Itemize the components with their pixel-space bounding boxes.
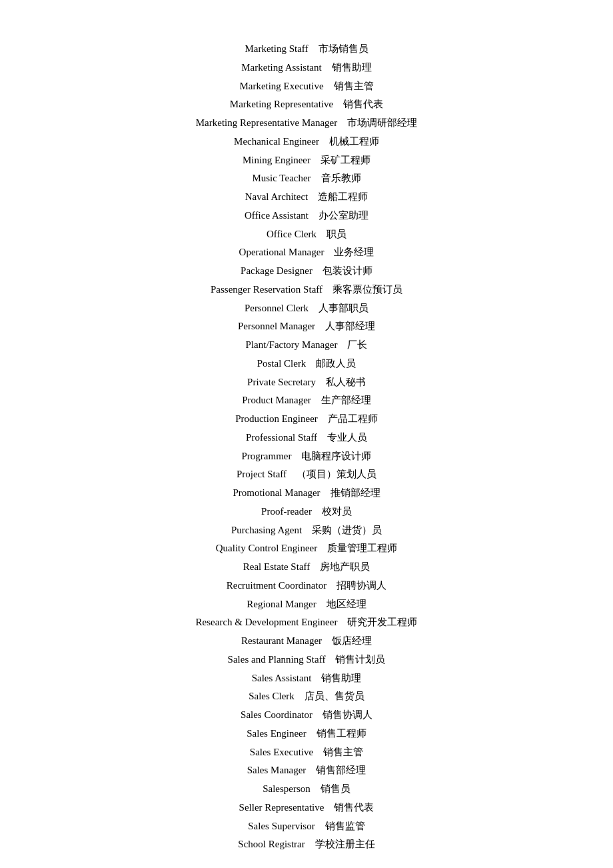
english-title: Naval Architect — [245, 191, 308, 202]
list-item: Plant/Factory Manager 厂长 — [246, 336, 368, 355]
list-item: Quality Control Engineer 质量管理工程师 — [216, 539, 397, 558]
chinese-title: 电脑程序设计师 — [301, 451, 371, 461]
english-title: Marketing Representative Manager — [196, 117, 337, 128]
chinese-title: 产品工程师 — [328, 413, 378, 424]
english-title: Proof-reader — [261, 506, 312, 517]
chinese-title: 质量管理工程师 — [327, 543, 397, 553]
english-title: Recruitment Coordinator — [227, 580, 326, 591]
list-item: School Registrar 学校注册主任 — [238, 835, 374, 854]
english-title: Project Staff — [237, 469, 287, 479]
chinese-title: 销售代表 — [334, 802, 374, 813]
chinese-title: 店员、售货员 — [305, 691, 364, 701]
chinese-title: 采购（进货）员 — [312, 525, 382, 535]
english-title: Restaurant Manager — [241, 635, 322, 646]
list-item: Office Assistant 办公室助理 — [245, 207, 368, 225]
english-title: Professional Staff — [246, 432, 317, 443]
english-title: Marketing Representative — [230, 99, 333, 109]
chinese-title: 房地产职员 — [320, 561, 370, 572]
chinese-title: 销售主管 — [334, 81, 374, 91]
english-title: Salesperson — [263, 783, 310, 794]
english-title: Real Estate Staff — [243, 561, 310, 572]
english-title: Music Teacher — [252, 173, 310, 183]
chinese-title: 生产部经理 — [321, 395, 371, 405]
list-item: Marketing Assistant 销售助理 — [241, 59, 371, 77]
list-item: Product Manager 生产部经理 — [242, 391, 371, 410]
chinese-title: 职员 — [326, 229, 346, 239]
chinese-title: 音乐教师 — [321, 173, 361, 183]
chinese-title: 乘客票位预订员 — [332, 284, 402, 295]
list-item: Private Secretary 私人秘书 — [247, 373, 366, 392]
list-item: Passenger Reservation Staff 乘客票位预订员 — [211, 281, 402, 299]
english-title: Sales Executive — [250, 747, 313, 757]
list-item: Regional Manger 地区经理 — [247, 595, 366, 614]
english-title: Promotional Manager — [233, 487, 320, 498]
list-item: Marketing Representative 销售代表 — [230, 95, 383, 114]
chinese-title: 专业人员 — [327, 432, 367, 443]
chinese-title: 销售助理 — [332, 62, 372, 73]
list-item: Postal Clerk 邮政人员 — [257, 355, 356, 373]
list-item: Professional Staff 专业人员 — [246, 429, 367, 447]
list-item: Marketing Staff 市场销售员 — [245, 40, 368, 59]
chinese-title: 销售主管 — [323, 747, 363, 757]
list-item: Personnel Clerk 人事部职员 — [245, 299, 368, 318]
chinese-title: 销售部经理 — [316, 765, 366, 775]
list-item: Seller Representative 销售代表 — [239, 799, 374, 817]
job-list: Marketing Staff 市场销售员Marketing Assistant… — [13, 40, 600, 854]
list-item: Purchasing Agent 采购（进货）员 — [231, 521, 382, 540]
english-title: Sales Supervisor — [248, 821, 314, 831]
chinese-title: 采矿工程师 — [320, 155, 370, 165]
chinese-title: 市场销售员 — [318, 43, 368, 54]
list-item: Salesperson 销售员 — [263, 780, 350, 799]
list-item: Naval Architect 造船工程师 — [245, 188, 368, 207]
list-item: Music Teacher 音乐教师 — [252, 169, 360, 188]
chinese-title: 办公室助理 — [318, 210, 368, 221]
list-item: Mining Engineer 采矿工程师 — [243, 151, 370, 170]
list-item: Proof-reader 校对员 — [261, 503, 352, 521]
chinese-title: 销售工程师 — [316, 728, 366, 739]
chinese-title: 地区经理 — [326, 599, 366, 609]
list-item: Promotional Manager 推销部经理 — [233, 484, 380, 503]
english-title: Marketing Executive — [239, 81, 323, 91]
list-item: Office Clerk 职员 — [267, 225, 346, 244]
chinese-title: 销售代表 — [343, 99, 383, 109]
list-item: Research & Development Engineer 研究开发工程师 — [196, 613, 418, 632]
chinese-title: 校对员 — [322, 506, 352, 517]
chinese-title: 业务经理 — [334, 247, 374, 257]
english-title: Sales Manager — [247, 765, 306, 775]
english-title: Sales Clerk — [249, 691, 295, 701]
english-title: Marketing Assistant — [241, 62, 321, 73]
chinese-title: 销售员 — [320, 783, 350, 794]
list-item: Personnel Manager 人事部经理 — [238, 317, 375, 336]
chinese-title: 销售助理 — [321, 673, 361, 683]
list-item: Sales and Planning Staff 销售计划员 — [228, 651, 386, 669]
english-title: Production Engineer — [235, 413, 318, 424]
english-title: Office Clerk — [267, 229, 316, 239]
english-title: Quality Control Engineer — [216, 543, 317, 553]
chinese-title: 私人秘书 — [326, 377, 366, 387]
list-item: Programmer 电脑程序设计师 — [242, 447, 372, 466]
chinese-title: 招聘协调人 — [336, 580, 386, 591]
english-title: Research & Development Engineer — [196, 617, 338, 627]
list-item: Real Estate Staff 房地产职员 — [243, 558, 370, 577]
chinese-title: 销售协调人 — [322, 709, 372, 720]
list-item: Sales Executive 销售主管 — [250, 743, 363, 762]
english-title: Marketing Staff — [245, 43, 308, 54]
english-title: Sales Assistant — [252, 673, 312, 683]
english-title: Passenger Reservation Staff — [211, 284, 322, 295]
english-title: Product Manager — [242, 395, 311, 405]
list-item: Sales Coordinator 销售协调人 — [241, 706, 372, 725]
english-title: Operational Manager — [239, 247, 324, 257]
list-item: Sales Assistant 销售助理 — [252, 669, 362, 688]
english-title: Office Assistant — [245, 210, 308, 221]
list-item: Project Staff （项目）策划人员 — [237, 465, 376, 484]
list-item: Marketing Representative Manager 市场调研部经理 — [196, 114, 417, 133]
english-title: Plant/Factory Manager — [246, 339, 338, 350]
english-title: Seller Representative — [239, 802, 324, 813]
english-title: Mechanical Engineer — [234, 136, 319, 147]
english-title: Postal Clerk — [257, 358, 306, 369]
chinese-title: 邮政人员 — [316, 358, 356, 369]
english-title: Mining Engineer — [243, 155, 310, 165]
chinese-title: 学校注册主任 — [315, 839, 375, 849]
english-title: Personnel Manager — [238, 321, 315, 331]
english-title: Purchasing Agent — [231, 525, 302, 535]
